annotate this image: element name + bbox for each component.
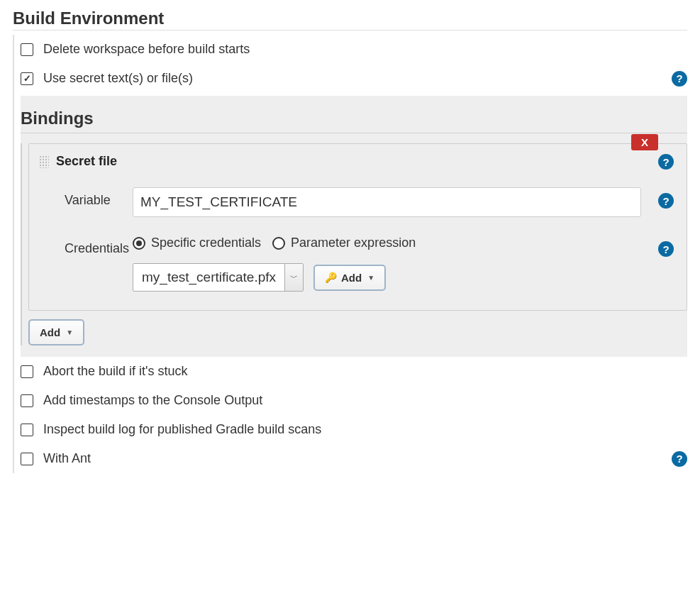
checkbox-label: Inspect build log for published Gradle b… [43, 422, 321, 437]
radio-parameter-expression[interactable] [272, 237, 285, 250]
add-credential-button[interactable]: 🔑 Add ▼ [313, 265, 386, 291]
checkbox-row-abort-stuck: Abort the build if it's stuck [21, 357, 687, 386]
checkbox-use-secrets[interactable] [21, 72, 33, 85]
checkbox-label: Add timestamps to the Console Output [43, 393, 262, 408]
checkbox-row-with-ant: With Ant ? [21, 444, 687, 473]
credential-select-value: my_test_certificate.pfx [133, 264, 284, 291]
checkbox-timestamps[interactable] [21, 394, 33, 407]
drag-handle-icon[interactable] [39, 155, 49, 168]
bindings-panel: Bindings X Secret file ? Variable [21, 96, 687, 357]
checkbox-label: Delete workspace before build starts [43, 42, 250, 57]
radio-label: Specific credentials [151, 236, 261, 250]
binding-card-secret-file: X Secret file ? Variable ? [28, 143, 687, 311]
checkbox-gradle-scans[interactable] [21, 424, 33, 436]
checkbox-label: With Ant [43, 451, 91, 466]
checkbox-label: Use secret text(s) or file(s) [43, 71, 193, 86]
section-heading-build-environment: Build Environment [13, 9, 687, 31]
delete-binding-button[interactable]: X [631, 134, 658, 150]
checkbox-row-gradle-scans: Inspect build log for published Gradle b… [21, 415, 687, 444]
help-icon[interactable]: ? [672, 451, 687, 467]
form-row-variable: Variable ? [39, 187, 674, 217]
help-icon[interactable]: ? [658, 241, 674, 257]
variable-label: Variable [39, 187, 133, 208]
credentials-label: Credentials [39, 236, 133, 256]
add-binding-button[interactable]: Add ▼ [28, 319, 84, 345]
credential-select[interactable]: my_test_certificate.pfx ﹀ [133, 263, 304, 292]
form-row-credentials: Credentials Specific credentials Paramet… [39, 236, 674, 292]
help-icon[interactable]: ? [658, 193, 674, 209]
add-credential-label: Add [341, 272, 362, 284]
key-icon: 🔑 [325, 272, 337, 283]
binding-title: Secret file [56, 154, 117, 169]
checkbox-abort-stuck[interactable] [21, 365, 33, 378]
checkbox-row-use-secrets: Use secret text(s) or file(s) ? [21, 64, 687, 93]
section-heading-bindings: Bindings [21, 109, 687, 133]
radio-label: Parameter expression [291, 236, 416, 250]
checkbox-row-timestamps: Add timestamps to the Console Output [21, 386, 687, 415]
caret-down-icon: ▼ [367, 274, 374, 282]
checkbox-label: Abort the build if it's stuck [43, 364, 188, 379]
radio-specific-credentials[interactable] [133, 237, 145, 250]
checkbox-with-ant[interactable] [21, 453, 33, 465]
checkbox-delete-workspace[interactable] [21, 43, 33, 56]
chevron-down-icon[interactable]: ﹀ [284, 264, 303, 291]
add-binding-label: Add [40, 326, 60, 338]
checkbox-row-delete-workspace: Delete workspace before build starts [21, 35, 687, 64]
caret-down-icon: ▼ [66, 328, 73, 336]
variable-input[interactable] [133, 187, 641, 217]
help-icon[interactable]: ? [672, 71, 687, 87]
help-icon[interactable]: ? [658, 154, 674, 170]
